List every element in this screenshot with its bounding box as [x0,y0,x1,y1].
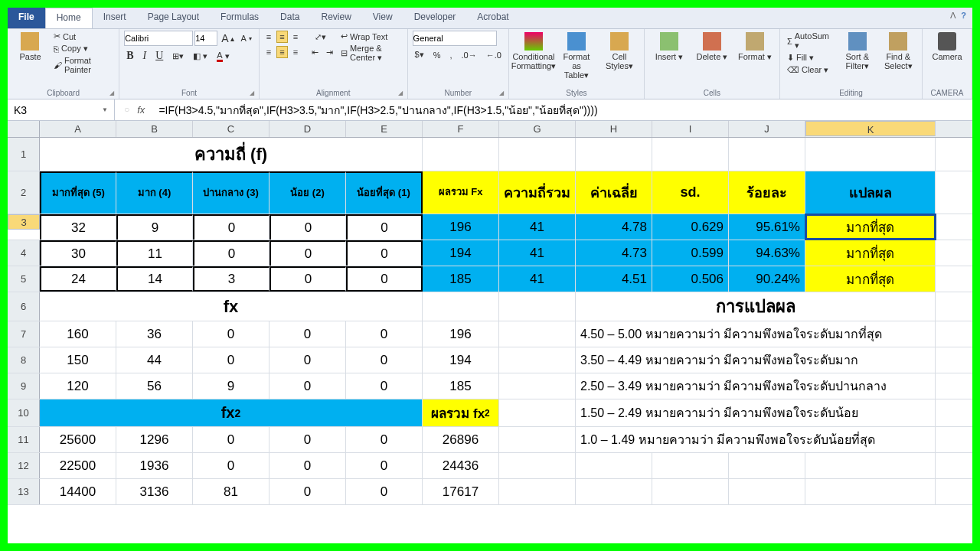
cell-k3-active[interactable]: มากที่สุด [805,214,936,240]
tab-review[interactable]: Review [310,8,361,28]
cell[interactable]: 0 [270,373,346,399]
row-header-10[interactable]: 10 [8,399,40,426]
col-header-b[interactable]: B [116,121,193,137]
align-bottom-button[interactable]: ≡ [291,31,300,42]
camera-button[interactable]: Camera [927,31,967,63]
currency-button[interactable]: $▾ [413,49,426,60]
cell[interactable]: 3.50 – 4.49 หมายความว่า มีความพึงพอใจระด… [576,347,936,373]
cell[interactable]: ค่าเฉลี่ย [576,171,652,214]
inc-indent-button[interactable]: ⇥ [324,47,335,58]
cell[interactable]: 90.24% [729,266,805,292]
cell[interactable] [499,427,576,452]
cell[interactable]: 0 [346,240,423,266]
cell[interactable]: 32 [40,214,116,240]
cell[interactable]: 0 [270,453,346,478]
cell[interactable]: 0 [193,240,270,266]
align-center-button[interactable]: ≡ [276,46,287,58]
cell[interactable]: 0.599 [652,240,729,266]
autosum-button[interactable]: ΣAutoSum ▾ [785,31,835,51]
delete-cells-button[interactable]: Delete ▾ [692,31,732,63]
border-button[interactable]: ⊞▾ [170,51,186,62]
clear-button[interactable]: ⌫Clear ▾ [785,64,835,76]
cell[interactable] [499,399,576,426]
cell[interactable]: fx [40,292,423,321]
cell[interactable] [729,453,805,478]
col-header-e[interactable]: E [346,121,423,137]
cell[interactable]: 41 [499,240,576,266]
cell[interactable] [499,321,576,347]
tab-insert[interactable]: Insert [93,8,137,28]
cell[interactable]: 0 [346,453,423,478]
italic-button[interactable]: I [140,49,149,63]
percent-button[interactable]: % [431,50,443,60]
dialog-launcher-icon[interactable]: ◢ [499,90,507,97]
cell[interactable]: 0 [193,427,270,452]
align-right-button[interactable]: ≡ [291,47,300,57]
col-header-f[interactable]: F [423,121,499,137]
cell[interactable]: 41 [499,214,576,240]
underline-button[interactable]: U [153,49,165,63]
tab-page-layout[interactable]: Page Layout [137,8,210,28]
cell[interactable]: มากที่สุด (5) [40,171,116,214]
cell[interactable]: 0 [346,427,423,452]
tab-developer[interactable]: Developer [403,8,467,28]
cell[interactable]: 120 [40,373,116,399]
cell[interactable] [499,347,576,373]
cell[interactable]: 94.63% [729,240,805,266]
fill-color-button[interactable]: ◧▾ [191,51,210,62]
cell[interactable]: 0 [270,214,346,240]
format-as-table-button[interactable]: Format as Table▾ [557,31,596,81]
font-name-select[interactable] [124,31,193,46]
cell[interactable]: 3 [193,266,270,292]
cell[interactable]: 0 [270,479,346,504]
cell[interactable]: ความถี่ (f) [40,138,423,171]
cell[interactable]: 0.506 [652,266,729,292]
shrink-font-button[interactable]: A▾ [238,33,253,44]
dialog-launcher-icon[interactable]: ◢ [250,90,257,97]
help-icon[interactable]: ? [961,11,966,25]
cell[interactable]: 160 [40,321,116,347]
cell[interactable]: 0 [346,266,423,292]
cell[interactable]: 1296 [116,427,193,452]
dialog-launcher-icon[interactable]: ◢ [398,90,406,97]
cell[interactable]: มาก (4) [116,171,193,214]
cell[interactable]: 3136 [116,479,193,504]
row-header-13[interactable]: 13 [8,479,40,504]
row-header-7[interactable]: 7 [8,321,40,347]
name-box[interactable]: K3▼ [8,99,115,120]
comma-button[interactable]: , [448,50,455,60]
dec-decimal-button[interactable]: ←.0 [484,50,504,60]
cell[interactable] [423,138,499,171]
cell[interactable]: 0 [193,321,270,347]
cell[interactable]: 150 [40,347,116,373]
cell-styles-button[interactable]: Cell Styles▾ [599,31,639,72]
cell[interactable]: 185 [423,373,499,399]
cell[interactable]: 0 [193,347,270,373]
cell[interactable]: มากที่สุด [805,266,936,292]
cell[interactable]: 0 [346,321,423,347]
cell[interactable]: 0 [346,347,423,373]
cell[interactable]: 0 [346,479,423,504]
cell[interactable]: 36 [116,321,193,347]
min-ribbon-icon[interactable]: ᐱ [950,11,956,25]
cell[interactable]: 56 [116,373,193,399]
cell[interactable]: 25600 [40,427,116,452]
cell[interactable] [576,138,652,171]
cell[interactable]: 1936 [116,453,193,478]
cell[interactable]: 24436 [423,453,499,478]
cell[interactable]: 24 [40,266,116,292]
tab-file[interactable]: File [8,8,45,28]
cut-button[interactable]: ✂Cut [51,31,114,42]
font-color-button[interactable]: A▾ [214,50,231,63]
cell[interactable]: 185 [423,266,499,292]
align-top-button[interactable]: ≡ [264,31,273,42]
number-format-select[interactable] [413,31,497,46]
copy-button[interactable]: ⎘Copy ▾ [51,43,114,54]
col-header-g[interactable]: G [499,121,576,137]
cell[interactable]: 14400 [40,479,116,504]
cell[interactable]: sd. [652,171,729,214]
cell[interactable] [576,479,652,504]
cell[interactable]: 9 [193,373,270,399]
cell[interactable]: 2.50 – 3.49 หมายความว่า มีความพึงพอใจระด… [576,373,936,399]
cell[interactable]: แปลผล [805,171,936,214]
